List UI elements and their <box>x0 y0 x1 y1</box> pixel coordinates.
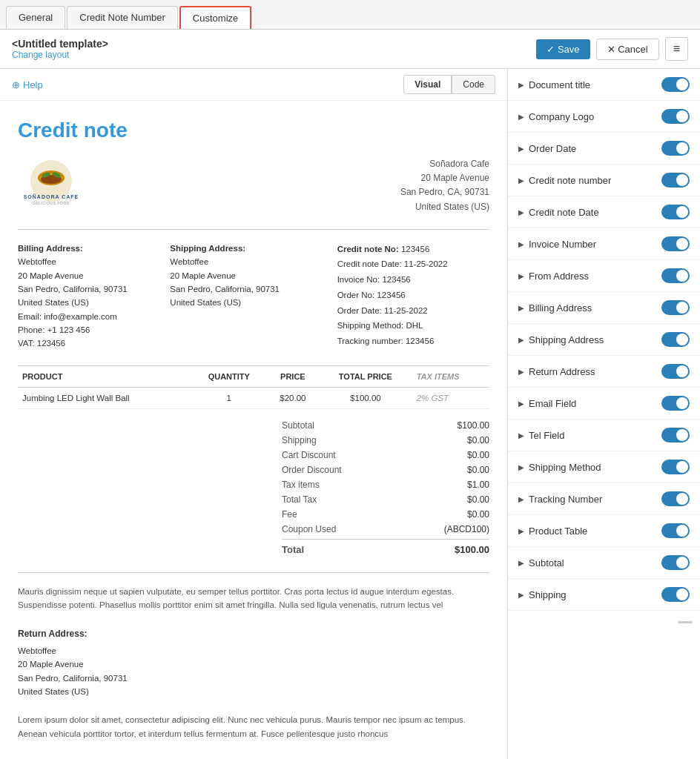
menu-button[interactable]: ≡ <box>665 37 688 61</box>
panel-item-left[interactable]: ▶ Credit note Date <box>518 207 599 218</box>
toggle-switch[interactable] <box>661 364 690 379</box>
panel-item-left[interactable]: ▶ Subtotal <box>518 557 564 569</box>
toggle-switch[interactable] <box>661 173 690 188</box>
total-value: $0.00 <box>467 435 489 445</box>
total-label: Subtotal <box>282 420 314 431</box>
billing-city: San Pedro, California, 90731 <box>18 282 170 296</box>
chevron-right-icon: ▶ <box>518 559 524 567</box>
help-label: Help <box>23 79 43 90</box>
shipping-address1: 20 Maple Avenue <box>170 269 322 282</box>
toggle-switch[interactable] <box>661 268 690 283</box>
product-name: Jumbing LED Light Wall Ball <box>18 387 191 408</box>
tab-code[interactable]: Code <box>452 75 495 94</box>
shipping-label: Shipping Address: <box>170 244 245 253</box>
panel-item-left[interactable]: ▶ Invoice Number <box>518 239 596 250</box>
order-info-block: Credit note No: 123456 Credit note Date:… <box>323 242 489 351</box>
toggle-switch[interactable] <box>661 428 690 443</box>
save-button[interactable]: ✓ Save <box>536 39 590 59</box>
cancel-button[interactable]: ✕ Cancel <box>596 39 659 60</box>
toggle-switch[interactable] <box>661 460 690 474</box>
table-row: Jumbing LED Light Wall Ball 1 $20.00 $10… <box>18 387 489 408</box>
preview-toolbar: ⊕ Help Visual Code <box>0 69 507 101</box>
total-value: $1.00 <box>467 480 489 490</box>
panel-item-left[interactable]: ▶ Document title <box>518 79 590 90</box>
total-row: Fee$0.00 <box>282 507 489 522</box>
tab-general[interactable]: General <box>6 6 65 29</box>
panel-item: ▶ Tel Field <box>508 420 700 451</box>
panel-item-left[interactable]: ▶ From Address <box>518 271 589 282</box>
panel-item-left[interactable]: ▶ Billing Address <box>518 302 592 314</box>
footer-text-2: Lorem ipsum dolor sit amet, consectetur … <box>18 713 489 740</box>
total-value: (ABCD100) <box>444 524 489 534</box>
panel-item-left[interactable]: ▶ Product Table <box>518 526 587 537</box>
logo-area: SOÑADORA CAFE DELICIOUS FOOD <box>18 157 85 209</box>
panel-item: ▶ Company Logo <box>508 101 700 133</box>
panel-item-left[interactable]: ▶ Company Logo <box>518 111 594 122</box>
panel-item-left[interactable]: ▶ Credit note number <box>518 175 611 186</box>
view-tabs: Visual Code <box>403 75 495 94</box>
panel-item-left[interactable]: ▶ Email Field <box>518 398 576 409</box>
shipping-name: Webtoffee <box>170 255 322 268</box>
panel-item: ▶ Credit note number <box>508 165 700 196</box>
toggle-slider <box>661 236 690 251</box>
panel-item-label: Invoice Number <box>529 239 596 250</box>
toggle-slider <box>661 77 690 92</box>
panel-item: ▶ Shipping Method <box>508 451 700 483</box>
toggle-switch[interactable] <box>661 587 690 602</box>
panel-item-left[interactable]: ▶ Shipping <box>518 589 567 600</box>
panel-item-left[interactable]: ▶ Shipping Address <box>518 334 604 345</box>
toggle-slider <box>661 555 690 570</box>
total-row: Coupon Used(ABCD100) <box>282 522 489 537</box>
panel-item-left[interactable]: ▶ Order Date <box>518 143 576 154</box>
panel-item-label: Shipping Method <box>529 462 601 473</box>
toggle-switch[interactable] <box>661 332 690 347</box>
toggle-switch[interactable] <box>661 141 690 156</box>
total-label: Fee <box>282 509 297 520</box>
panel-item-left[interactable]: ▶ Return Address <box>518 366 595 377</box>
toggle-switch[interactable] <box>661 555 690 570</box>
toggle-switch[interactable] <box>661 491 690 506</box>
toggle-switch[interactable] <box>661 300 690 315</box>
topbar: <Untitled template> Change layout ✓ Save… <box>0 30 700 69</box>
col-tax: TAX ITEMS <box>412 365 489 387</box>
toggle-slider <box>661 173 690 188</box>
panel-item-left[interactable]: ▶ Shipping Method <box>518 462 601 473</box>
chevron-right-icon: ▶ <box>518 208 524 216</box>
total-row: Total$100.00 <box>282 539 489 557</box>
tab-customize[interactable]: Customize <box>179 6 251 29</box>
tab-credit-note-number[interactable]: Credit Note Number <box>67 6 178 29</box>
tab-visual[interactable]: Visual <box>403 75 452 94</box>
panel-item-label: Tracking Number <box>529 494 602 505</box>
panel-item-left[interactable]: ▶ Tracking Number <box>518 494 602 505</box>
billing-country: United States (US) <box>18 296 170 309</box>
panel-item-label: Credit note Date <box>529 207 599 218</box>
company-logo: SOÑADORA CAFE DELICIOUS FOOD <box>18 157 85 209</box>
return-country: United States (US) <box>18 685 489 698</box>
panel-item-label: Return Address <box>529 366 595 377</box>
toggle-switch[interactable] <box>661 523 690 538</box>
panel-item-label: Billing Address <box>529 302 592 314</box>
chevron-right-icon: ▶ <box>518 304 524 312</box>
total-label: Shipping <box>282 435 317 445</box>
scrollbar-indicator <box>678 621 693 623</box>
change-layout-link[interactable]: Change layout <box>12 50 108 60</box>
panel-item-label: Product Table <box>529 526 587 537</box>
toggle-switch[interactable] <box>661 109 690 124</box>
doc-header: SOÑADORA CAFE DELICIOUS FOOD Soñadora Ca… <box>18 157 489 214</box>
shipping-country: United States (US) <box>170 296 322 309</box>
toggle-switch[interactable] <box>661 77 690 92</box>
chevron-right-icon: ▶ <box>518 591 524 599</box>
panel-item: ▶ Document title <box>508 69 700 101</box>
toggle-switch[interactable] <box>661 396 690 411</box>
topbar-actions: ✓ Save ✕ Cancel ≡ <box>536 37 688 61</box>
panel-item: ▶ Billing Address <box>508 292 700 324</box>
main-layout: ⊕ Help Visual Code Credit note <box>0 69 700 759</box>
toggle-switch[interactable] <box>661 205 690 219</box>
total-row: Subtotal$100.00 <box>282 418 489 433</box>
toggle-switch[interactable] <box>661 236 690 251</box>
panel-item-label: Subtotal <box>529 557 564 569</box>
panel-item-left[interactable]: ▶ Tel Field <box>518 430 564 441</box>
return-address1: 20 Maple Avenue <box>18 657 489 671</box>
company-address: Soñadora Cafe 20 Maple Avenue San Pedro,… <box>400 157 489 214</box>
help-link[interactable]: ⊕ Help <box>12 79 43 90</box>
